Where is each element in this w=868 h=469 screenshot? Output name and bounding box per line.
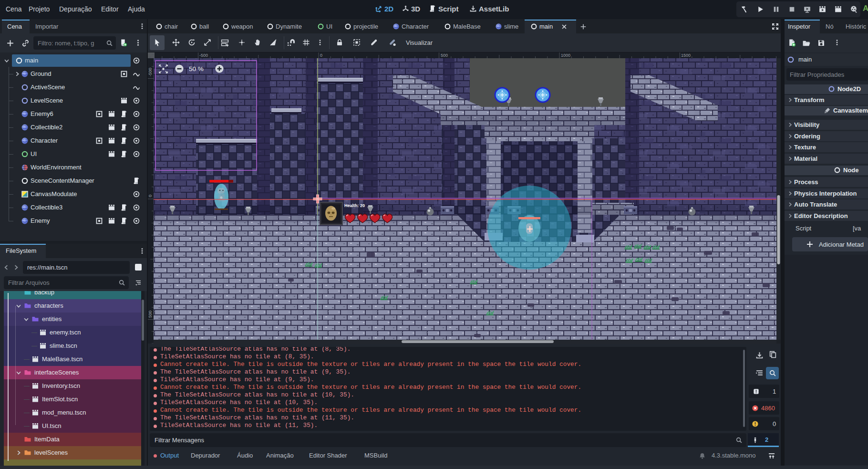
svg-text:50 %: 50 % bbox=[189, 65, 204, 73]
svg-text:500: 500 bbox=[148, 311, 153, 318]
svg-text:-500: -500 bbox=[148, 68, 153, 76]
svg-text:Health: 20: Health: 20 bbox=[344, 203, 365, 208]
svg-text:500: 500 bbox=[441, 53, 448, 58]
svg-text:1000: 1000 bbox=[561, 53, 570, 58]
svg-text:0: 0 bbox=[148, 195, 153, 197]
svg-text:0: 0 bbox=[320, 53, 322, 58]
svg-text:-500: -500 bbox=[199, 53, 208, 58]
svg-text:1500: 1500 bbox=[681, 53, 691, 58]
